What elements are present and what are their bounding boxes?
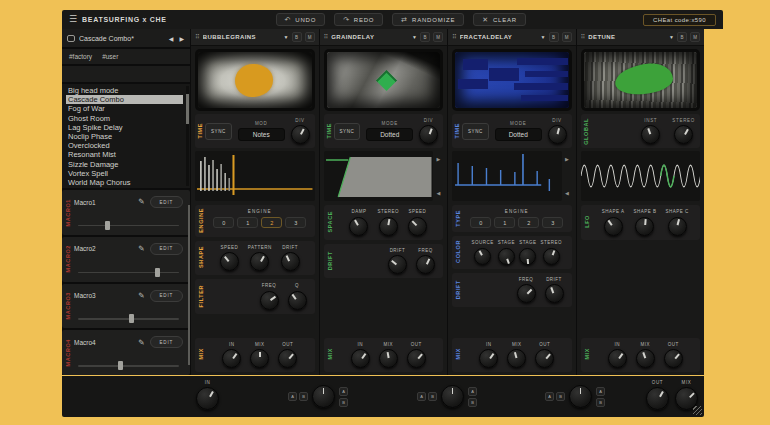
- mute-button[interactable]: M: [562, 32, 572, 42]
- speed-knob[interactable]: [408, 217, 427, 236]
- preset-item[interactable]: Sizzle Damage: [66, 160, 183, 169]
- shape-b-knob[interactable]: [635, 217, 654, 236]
- stage-knob[interactable]: [498, 248, 515, 265]
- page-prev-icon[interactable]: ◀: [437, 190, 441, 196]
- route1-a-button[interactable]: A: [288, 392, 297, 401]
- macro1-slider-thumb[interactable]: [105, 221, 110, 230]
- inst-knob[interactable]: [641, 125, 660, 144]
- engine-button-2[interactable]: 2: [261, 217, 282, 228]
- macro3-slider-thumb[interactable]: [129, 314, 134, 323]
- macro1-slider[interactable]: [74, 221, 183, 230]
- route3-blend-knob[interactable]: [569, 385, 592, 408]
- route1-b-button[interactable]: B: [299, 392, 308, 401]
- preset-item[interactable]: Big head mode: [66, 86, 183, 95]
- mute-button[interactable]: M: [433, 32, 443, 42]
- page-prev-icon[interactable]: ◀: [565, 190, 569, 196]
- stereo-knob[interactable]: [543, 248, 560, 265]
- route3-a-select[interactable]: A: [596, 387, 605, 396]
- route1-b-select[interactable]: B: [339, 398, 348, 407]
- route2-a-button[interactable]: A: [417, 392, 426, 401]
- macro3-edit-button[interactable]: EDIT: [150, 290, 183, 302]
- macro2-edit-button[interactable]: EDIT: [150, 243, 183, 255]
- route3-b-select[interactable]: B: [596, 398, 605, 407]
- freq-knob[interactable]: [416, 255, 435, 274]
- macro4-edit-pencil-icon[interactable]: ✎: [138, 339, 144, 347]
- page-next-icon[interactable]: ▶: [437, 156, 441, 162]
- cheat-code-badge[interactable]: CHEat code:x590: [643, 14, 716, 26]
- speed-knob[interactable]: [220, 252, 239, 271]
- chevron-down-icon[interactable]: ▼: [669, 34, 674, 40]
- engine-button-2[interactable]: 2: [518, 217, 539, 228]
- in-knob[interactable]: [479, 349, 498, 368]
- route2-blend-knob[interactable]: [441, 385, 464, 408]
- div-knob[interactable]: [291, 125, 310, 144]
- out-knob[interactable]: [664, 349, 683, 368]
- route2-b-button[interactable]: B: [428, 392, 437, 401]
- macro4-name[interactable]: Macro4: [74, 339, 133, 346]
- preset-item[interactable]: Noclip Phase: [66, 132, 183, 141]
- preset-item-selected[interactable]: Cascade Combo: [66, 95, 183, 104]
- drag-grip-icon[interactable]: ⠿: [195, 34, 200, 41]
- macro3-edit-pencil-icon[interactable]: ✎: [138, 292, 144, 300]
- module-header[interactable]: ⠿ GRAINDELAY ▼ B M: [320, 29, 448, 46]
- route3-b-button[interactable]: B: [556, 392, 565, 401]
- mix-knob[interactable]: [379, 349, 398, 368]
- sync-button[interactable]: SYNC: [205, 123, 232, 140]
- out-knob[interactable]: [407, 349, 426, 368]
- sidebar-scrollbar[interactable]: [188, 205, 190, 365]
- module-header[interactable]: ⠿ BUBBLEGRAINS ▼ B M: [191, 29, 319, 46]
- stereo-knob[interactable]: [674, 125, 693, 144]
- mode-dropdown[interactable]: Dotted: [495, 128, 542, 141]
- bypass-button[interactable]: B: [549, 32, 559, 42]
- route2-b-select[interactable]: B: [468, 398, 477, 407]
- q-knob[interactable]: [288, 291, 307, 310]
- resize-grip[interactable]: [693, 406, 702, 415]
- preset-item[interactable]: Lag Spike Delay: [66, 123, 183, 132]
- chevron-down-icon[interactable]: ▼: [412, 34, 417, 40]
- randomize-button[interactable]: ⇄ RANDOMIZE: [392, 13, 464, 26]
- engine-button-3[interactable]: 3: [542, 217, 563, 228]
- bypass-button[interactable]: B: [677, 32, 687, 42]
- hamburger-menu-icon[interactable]: ☰: [69, 15, 77, 24]
- mute-button[interactable]: M: [690, 32, 700, 42]
- preset-item[interactable]: Ghost Room: [66, 114, 183, 123]
- mode-dropdown[interactable]: Dotted: [366, 128, 413, 141]
- bypass-button[interactable]: B: [420, 32, 430, 42]
- route1-blend-knob[interactable]: [312, 385, 335, 408]
- tag-user[interactable]: #user: [102, 53, 118, 60]
- module-header[interactable]: ⠿ DETUNE ▼ B M: [577, 29, 705, 46]
- engine-button-1[interactable]: 1: [494, 217, 515, 228]
- stage-knob[interactable]: [519, 248, 536, 265]
- div-knob[interactable]: [419, 125, 438, 144]
- mute-button[interactable]: M: [305, 32, 315, 42]
- macro1-name[interactable]: Macro1: [74, 199, 133, 206]
- macro2-slider-thumb[interactable]: [155, 268, 160, 277]
- mix-knob[interactable]: [507, 349, 526, 368]
- stereo-knob[interactable]: [379, 217, 398, 236]
- clear-button[interactable]: ✕ CLEAR: [473, 13, 526, 26]
- redo-button[interactable]: ↷ REDO: [334, 13, 383, 26]
- macro1-edit-button[interactable]: EDIT: [150, 196, 183, 208]
- drag-grip-icon[interactable]: ⠿: [324, 34, 329, 41]
- pattern-knob[interactable]: [250, 252, 269, 271]
- preset-next-button[interactable]: ▶: [178, 35, 185, 42]
- module-header[interactable]: ⠿ FRACTALDELAY ▼ B M: [448, 29, 576, 46]
- source-knob[interactable]: [474, 248, 491, 265]
- preset-item[interactable]: Resonant Mist: [66, 150, 183, 159]
- chevron-down-icon[interactable]: ▼: [284, 34, 289, 40]
- out-knob[interactable]: [535, 349, 554, 368]
- macro2-slider[interactable]: [74, 268, 183, 277]
- in-knob[interactable]: [351, 349, 370, 368]
- macro3-slider[interactable]: [74, 314, 183, 323]
- drag-grip-icon[interactable]: ⠿: [581, 34, 586, 41]
- macro4-slider-thumb[interactable]: [118, 361, 123, 370]
- mod-dropdown[interactable]: Notes: [238, 128, 285, 141]
- out-knob[interactable]: [278, 349, 297, 368]
- scrollbar-thumb[interactable]: [186, 94, 189, 124]
- preset-item[interactable]: World Map Chorus: [66, 178, 183, 187]
- in-knob[interactable]: [608, 349, 627, 368]
- preset-item[interactable]: Vortex Spell: [66, 169, 183, 178]
- engine-button-3[interactable]: 3: [285, 217, 306, 228]
- output-knob[interactable]: [646, 387, 669, 410]
- preset-item[interactable]: Fog of War: [66, 104, 183, 113]
